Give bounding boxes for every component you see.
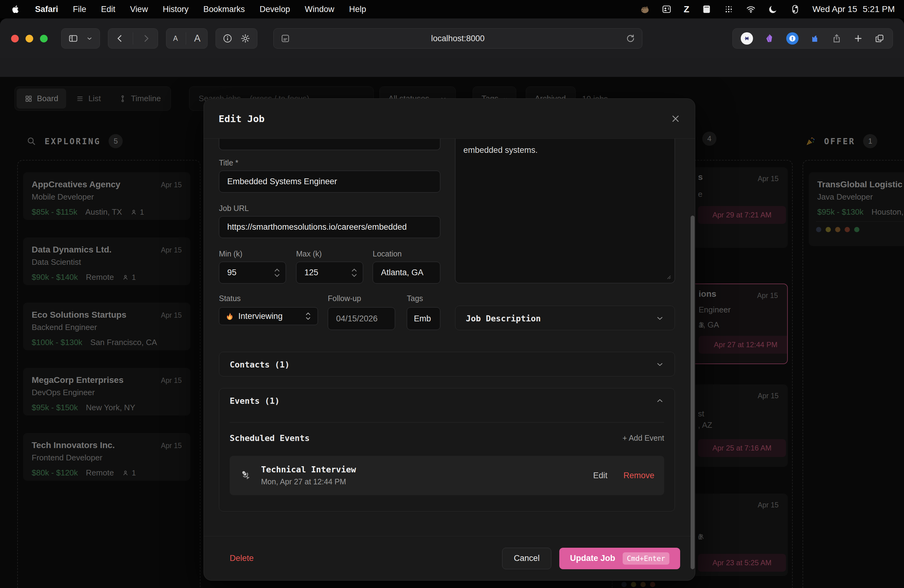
stepper-icons[interactable]	[351, 267, 357, 278]
follow-up-label: Follow-up	[328, 294, 361, 303]
min-salary-label: Min (k)	[219, 250, 242, 258]
url-text[interactable]: localhost:8000	[290, 34, 626, 43]
events-section: Events (1) Scheduled Events + Add Event …	[219, 388, 675, 511]
nav-button-group	[108, 28, 158, 49]
title-label: Title *	[219, 158, 238, 167]
chevron-down-icon	[656, 360, 664, 369]
menu-item-develop[interactable]: Develop	[259, 5, 290, 14]
title-input[interactable]	[219, 171, 440, 193]
fire-icon	[225, 312, 234, 321]
tags-input[interactable]	[407, 307, 440, 330]
update-job-label: Update Job	[570, 553, 615, 563]
close-icon[interactable]	[671, 114, 680, 123]
sidebar-toggle-icon[interactable]	[68, 33, 78, 43]
keyboard-menu-icon[interactable]	[702, 4, 711, 14]
grid-dots-menu-icon[interactable]	[724, 4, 734, 14]
new-tab-icon[interactable]	[853, 33, 863, 43]
page-content: Board List Timeline All statuses Tags Ar…	[0, 77, 904, 588]
status-value: Interviewing	[238, 311, 283, 321]
refresh-icon[interactable]	[626, 33, 635, 43]
modal-scrollbar-thumb[interactable]	[691, 216, 695, 569]
chevron-up-icon	[656, 397, 664, 405]
extension-1password-icon[interactable]	[786, 32, 798, 44]
resize-grip-icon[interactable]	[665, 273, 672, 280]
menu-item-safari[interactable]: Safari	[35, 5, 58, 14]
gear-icon[interactable]	[240, 33, 250, 43]
cancel-button[interactable]: Cancel	[502, 548, 551, 569]
safari-toolbar: A A localhost:8000	[0, 19, 904, 58]
focus-moon-menu-icon[interactable]	[768, 4, 778, 14]
close-window-button[interactable]	[11, 35, 19, 43]
zoom-window-button[interactable]	[40, 35, 47, 43]
job-url-label: Job URL	[219, 204, 249, 213]
location-label: Location	[373, 250, 402, 258]
control-center-menu-icon[interactable]	[790, 4, 800, 14]
url-bar[interactable]: localhost:8000	[273, 28, 642, 49]
sidebar-button-group	[61, 28, 100, 49]
company-field-cutoff[interactable]	[219, 139, 440, 150]
menu-item-file[interactable]: File	[73, 5, 86, 14]
extension-starburst-icon[interactable]	[741, 32, 753, 44]
job-description-section[interactable]: Job Description	[455, 306, 675, 330]
scheduled-events-title: Scheduled Events	[230, 433, 310, 443]
hedgehog-emoji-icon	[640, 4, 650, 14]
shortcut-badge: Cmd+Enter	[623, 552, 670, 564]
macos-menu-bar: Safari File Edit View History Bookmarks …	[0, 0, 904, 19]
contacts-section[interactable]: Contacts (1)	[219, 352, 675, 376]
follow-up-date-input[interactable]	[328, 307, 395, 330]
modal-body: embedded systems. Title * Job URL Min (k…	[204, 139, 695, 536]
job-description-title: Job Description	[466, 314, 541, 323]
notes-value: embedded systems.	[463, 145, 538, 155]
contacts-menu-icon[interactable]	[662, 4, 672, 14]
max-salary-label: Max (k)	[296, 250, 322, 258]
extension-blue-icon[interactable]	[810, 33, 820, 43]
increase-font-button[interactable]: A	[194, 33, 201, 44]
event-datetime: Mon, Apr 27 at 12:44 PM	[261, 477, 356, 486]
location-input[interactable]	[373, 262, 440, 283]
extensions-group	[732, 28, 893, 49]
events-section-header[interactable]: Events (1)	[219, 389, 675, 413]
job-url-input[interactable]	[219, 216, 440, 238]
tags-label: Tags	[407, 294, 423, 303]
modal-footer: Delete Cancel Update Job Cmd+Enter	[204, 536, 695, 580]
menubar-clock[interactable]: Wed Apr 15 5:21 PM	[812, 4, 895, 14]
reader-view-icon[interactable]	[280, 33, 290, 43]
stepper-icons[interactable]	[273, 267, 280, 278]
page-settings-group	[215, 28, 258, 49]
chevron-down-icon	[656, 314, 664, 322]
menu-item-view[interactable]: View	[130, 5, 148, 14]
menu-item-window[interactable]: Window	[305, 5, 334, 14]
menubar-time: 5:21 PM	[863, 4, 895, 14]
info-icon[interactable]	[223, 33, 232, 43]
menubar-date: Wed Apr 15	[812, 4, 857, 14]
back-icon[interactable]	[115, 33, 125, 43]
share-icon[interactable]	[832, 33, 842, 43]
safari-window: A A localhost:8000 Board	[0, 19, 904, 588]
select-chevrons-icon	[305, 311, 311, 321]
menu-item-help[interactable]: Help	[349, 5, 366, 14]
sidebar-chevron-down-icon[interactable]	[86, 33, 93, 43]
update-job-button[interactable]: Update Job Cmd+Enter	[559, 548, 680, 569]
apple-logo-icon[interactable]	[11, 4, 20, 14]
font-size-button-group: A A	[166, 28, 207, 49]
forward-icon[interactable]	[141, 33, 151, 43]
minimize-window-button[interactable]	[25, 35, 33, 43]
tab-overview-icon[interactable]	[875, 33, 885, 43]
event-remove-button[interactable]: Remove	[623, 471, 654, 481]
notes-textarea[interactable]: embedded systems.	[455, 139, 675, 283]
add-event-button[interactable]: + Add Event	[622, 434, 664, 443]
status-select[interactable]: Interviewing	[219, 307, 318, 325]
event-row: Technical Interview Mon, Apr 27 at 12:44…	[230, 456, 664, 495]
menu-item-edit[interactable]: Edit	[101, 5, 115, 14]
contacts-title: Contacts (1)	[230, 360, 290, 369]
event-edit-button[interactable]: Edit	[593, 471, 608, 481]
menu-item-history[interactable]: History	[163, 5, 188, 14]
wifi-menu-icon[interactable]	[746, 4, 756, 14]
menu-item-bookmarks[interactable]: Bookmarks	[203, 5, 245, 14]
zoom-menu-icon[interactable]: Z	[684, 5, 689, 14]
extension-crystal-icon[interactable]	[765, 33, 774, 43]
delete-button[interactable]: Delete	[230, 553, 254, 563]
modal-header: Edit Job	[204, 99, 695, 139]
decrease-font-button[interactable]: A	[173, 35, 178, 43]
edit-job-modal: Edit Job embedded systems. Title * Job U…	[204, 98, 695, 581]
